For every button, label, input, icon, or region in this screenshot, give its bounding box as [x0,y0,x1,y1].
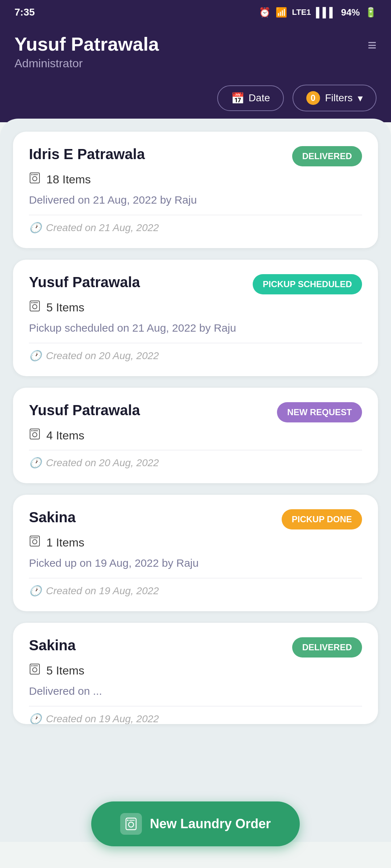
item-count: 4 Items [46,429,84,442]
user-info: Yusuf Patrawala Administrator [14,34,159,70]
svg-point-22 [127,820,129,821]
card-header: Sakina PICKUP DONE [29,509,362,529]
filters-button[interactable]: 0 Filters ▾ [293,85,377,111]
svg-point-6 [31,302,33,303]
user-name: Yusuf Patrawala [14,34,159,55]
created-row: 🕐 Created on 19 Aug, 2022 [29,713,362,724]
order-card-4[interactable]: Sakina PICKUP DONE 1 Items Picked up on … [13,495,378,611]
svg-point-17 [33,668,37,672]
items-row: 5 Items [29,663,362,678]
svg-point-21 [129,822,134,827]
status-badge: PICKUP SCHEDULED [253,274,362,294]
svg-point-10 [31,430,33,431]
svg-point-18 [31,665,33,667]
fab-label: New Laundry Order [150,816,271,831]
lte-icon: LTE1 [292,8,311,17]
status-bar: 7:35 ⏰ 📶 LTE1 ▌▌▌ 94% 🔋 [0,0,391,23]
svg-point-2 [31,174,33,175]
action-text: Pickup scheduled on 21 Aug, 2022 by Raju [29,322,362,334]
fab-laundry-icon [120,813,142,835]
chevron-down-icon: ▾ [358,92,363,104]
menu-button[interactable]: ≡ [367,34,377,53]
divider [29,578,362,578]
divider [29,215,362,215]
clock-icon: 🕐 [29,222,42,234]
svg-point-9 [33,433,37,437]
divider [29,450,362,450]
order-card-3[interactable]: Yusuf Patrawala NEW REQUEST 4 Items 🕐 [13,388,378,483]
created-row: 🕐 Created on 20 Aug, 2022 [29,457,362,469]
item-count: 5 Items [46,301,84,314]
battery-icon: 🔋 [365,7,377,18]
card-header: Yusuf Patrawala NEW REQUEST [29,402,362,422]
customer-name: Yusuf Patrawala [29,274,140,290]
filter-count-badge: 0 [306,91,320,105]
order-card-2[interactable]: Yusuf Patrawala PICKUP SCHEDULED 5 Items… [13,260,378,376]
svg-point-14 [31,537,33,539]
clock-icon: 🕐 [29,350,42,362]
calendar-icon: 📅 [231,92,244,105]
alarm-icon: ⏰ [259,7,270,18]
created-text: Created on 21 Aug, 2022 [46,222,159,234]
customer-name: Yusuf Patrawala [29,402,140,418]
status-icons: ⏰ 📶 LTE1 ▌▌▌ 94% 🔋 [259,7,377,18]
items-row: 1 Items [29,535,362,550]
filter-bar: 📅 Date 0 Filters ▾ [0,85,391,122]
orders-list: Idris E Patrawala DELIVERED 18 Items Del… [0,119,391,842]
filters-label: Filters [325,92,353,104]
user-role: Administrator [14,57,159,70]
status-time: 7:35 [14,7,35,18]
items-icon [29,300,41,315]
svg-point-5 [33,305,37,309]
items-row: 4 Items [29,428,362,443]
status-badge: DELIVERED [292,637,362,658]
items-icon [29,535,41,550]
created-text: Created on 19 Aug, 2022 [46,713,159,724]
header: Yusuf Patrawala Administrator ≡ [0,23,391,85]
clock-icon: 🕐 [29,585,42,597]
customer-name: Sakina [29,509,76,526]
clock-icon: 🕐 [29,457,42,469]
created-text: Created on 19 Aug, 2022 [46,585,159,597]
status-badge: DELIVERED [292,146,362,166]
action-text: Delivered on ... [29,685,362,697]
card-header: Yusuf Patrawala PICKUP SCHEDULED [29,274,362,294]
status-badge: NEW REQUEST [277,402,362,422]
item-count: 5 Items [46,664,84,677]
item-count: 1 Items [46,536,84,549]
svg-point-13 [33,540,37,544]
created-text: Created on 20 Aug, 2022 [46,350,159,362]
item-count: 18 Items [46,173,91,186]
action-text: Delivered on 21 Aug, 2022 by Raju [29,194,362,206]
customer-name: Idris E Patrawala [29,146,145,162]
svg-point-1 [33,176,37,181]
divider [29,706,362,706]
items-icon [29,172,41,187]
status-badge: PICKUP DONE [282,509,362,529]
clock-icon: 🕐 [29,713,42,724]
battery-level: 94% [341,7,360,18]
action-text: Picked up on 19 Aug, 2022 by Raju [29,557,362,569]
card-header: Sakina DELIVERED [29,637,362,658]
new-laundry-order-button[interactable]: New Laundry Order [91,801,300,846]
created-row: 🕐 Created on 19 Aug, 2022 [29,585,362,597]
items-icon [29,428,41,443]
created-row: 🕐 Created on 20 Aug, 2022 [29,350,362,362]
date-filter-button[interactable]: 📅 Date [217,85,284,111]
order-card-1[interactable]: Idris E Patrawala DELIVERED 18 Items Del… [13,132,378,248]
customer-name: Sakina [29,637,76,654]
card-header: Idris E Patrawala DELIVERED [29,146,362,166]
created-text: Created on 20 Aug, 2022 [46,457,159,469]
items-row: 18 Items [29,172,362,187]
signal-icon: ▌▌▌ [316,7,336,18]
divider [29,343,362,343]
date-label: Date [249,92,270,104]
items-row: 5 Items [29,300,362,315]
created-row: 🕐 Created on 21 Aug, 2022 [29,222,362,234]
wifi-icon: 📶 [276,7,287,18]
items-icon [29,663,41,678]
order-card-5[interactable]: Sakina DELIVERED 5 Items Delivered on ..… [13,623,378,724]
